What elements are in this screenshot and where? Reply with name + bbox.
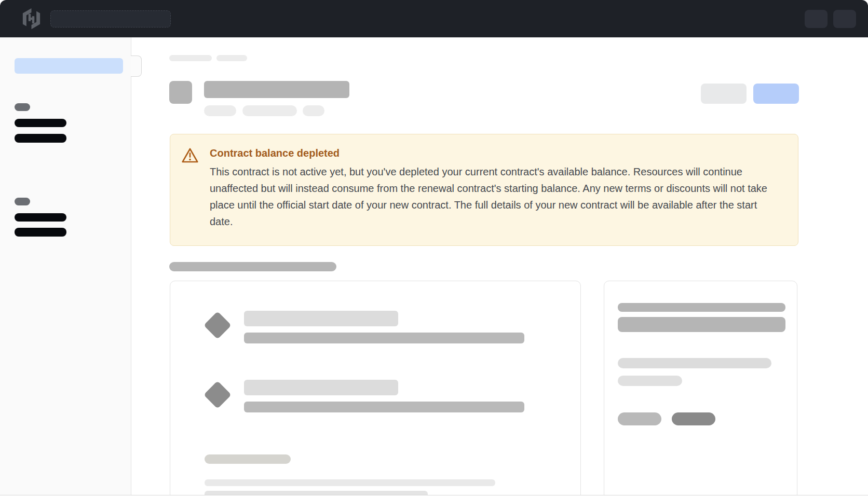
sidebar-group-label-skeleton-2 (15, 198, 30, 205)
primary-button-skeleton[interactable] (753, 84, 799, 104)
page-meta-pill-skeleton-2 (242, 105, 297, 116)
summary-line-skeleton-1 (618, 358, 771, 368)
search-input-skeleton[interactable] (50, 10, 171, 27)
page-meta-pill-skeleton-3 (303, 105, 324, 116)
summary-title-skeleton (618, 303, 785, 312)
list-item-title-skeleton (244, 380, 398, 395)
card-footer-line-skeleton-2 (205, 491, 428, 495)
topbar-action-skeleton-2[interactable] (833, 10, 856, 28)
app-window: Contract balance depleted This contract … (0, 0, 868, 495)
list-item-subtitle-skeleton (244, 333, 524, 343)
sidebar-item-active-skeleton[interactable] (15, 58, 123, 74)
topbar-action-skeleton-1[interactable] (805, 10, 828, 28)
hashicorp-logo-icon[interactable] (20, 8, 43, 30)
summary-line-skeleton-2 (618, 376, 682, 386)
alert-title: Contract balance depleted (210, 146, 777, 160)
sidebar-item-skeleton[interactable] (15, 228, 66, 237)
summary-card (604, 281, 797, 495)
alert-content: Contract balance depleted This contract … (210, 146, 777, 230)
sidebar-toggle-handle[interactable] (131, 56, 142, 77)
tag-pill-skeleton-2[interactable] (672, 412, 715, 425)
page-icon-skeleton (169, 81, 192, 104)
sidebar-item-skeleton[interactable] (15, 134, 66, 143)
list-item-title-skeleton (244, 311, 398, 326)
sidebar-group-label-skeleton-1 (15, 103, 30, 111)
sidebar-item-skeleton[interactable] (15, 213, 66, 222)
alert-triangle-icon (181, 146, 199, 230)
contract-list-card (170, 281, 581, 495)
card-footer-label-skeleton (205, 454, 291, 464)
page-title-skeleton (204, 81, 349, 98)
breadcrumb-skeleton-2[interactable] (216, 55, 247, 61)
page-meta-pill-skeleton-1 (204, 105, 236, 116)
list-item-subtitle-skeleton (244, 402, 524, 412)
diamond-icon (204, 311, 232, 339)
alert-message: This contract is not active yet, but you… (210, 163, 777, 230)
breadcrumb-skeleton-1[interactable] (169, 55, 212, 61)
section-title-skeleton (169, 262, 336, 271)
top-navigation-bar (0, 0, 868, 37)
diamond-icon (204, 381, 232, 409)
secondary-button-skeleton[interactable] (701, 84, 747, 104)
card-footer-line-skeleton-1 (205, 479, 495, 486)
tag-pill-skeleton-1[interactable] (618, 412, 661, 425)
summary-heading-skeleton (618, 317, 785, 332)
sidebar-item-skeleton[interactable] (15, 119, 66, 127)
warning-alert: Contract balance depleted This contract … (170, 134, 798, 246)
